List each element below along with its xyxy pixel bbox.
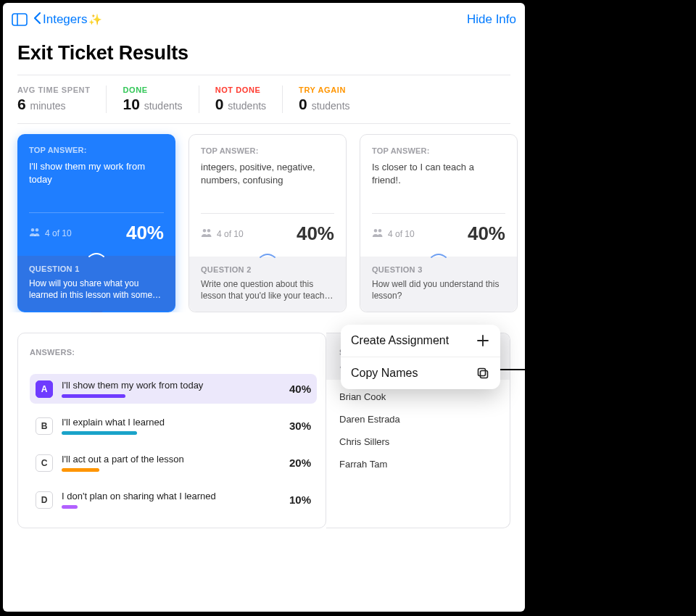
menu-item-copy-names[interactable]: Copy Names — [341, 357, 500, 389]
top-answer-text: Is closer to I can teach a friend!. — [372, 161, 505, 187]
sparkle-icon: ✨ — [88, 13, 102, 26]
response-count: 4 of 10 — [201, 228, 244, 239]
question-card-1[interactable]: TOP ANSWER: I'll show them my work from … — [17, 134, 175, 312]
answer-percent: 40% — [289, 383, 311, 395]
svg-point-6 — [374, 229, 377, 232]
expand-arc-icon — [88, 252, 105, 258]
answer-bar — [62, 431, 137, 435]
stat-label: TRY AGAIN — [299, 86, 349, 94]
svg-rect-13 — [478, 369, 486, 376]
stat-label: DONE — [123, 86, 182, 94]
answers-panel: ANSWERS: A I'll show them my work from t… — [17, 333, 326, 528]
top-answer-label: TOP ANSWER: — [372, 146, 505, 155]
question-number: QUESTION 1 — [29, 265, 164, 273]
stat-label: NOT DONE — [215, 86, 266, 94]
menu-item-create-assignment[interactable]: Create Assignment — [341, 325, 500, 357]
answer-text: I'll show them my work from today — [62, 380, 281, 391]
stat-not-done: NOT DONE 0 students — [215, 86, 283, 113]
top-answer-text: integers, positive, negative, numbers, c… — [201, 161, 334, 187]
stat-done: DONE 10 students — [123, 86, 199, 113]
back-label: Integers — [43, 12, 87, 27]
student-row[interactable]: Farrah Tam — [339, 453, 497, 475]
svg-point-5 — [207, 229, 210, 232]
active-card-pointer — [89, 310, 104, 312]
question-number: QUESTION 3 — [372, 265, 505, 274]
answer-percent: 20% — [289, 457, 311, 469]
students-list: Brian CookDaren EstradaChris SillersFarr… — [326, 380, 510, 481]
stat-label: AVG TIME SPENT — [17, 86, 90, 94]
callout-pointer — [497, 369, 525, 370]
question-card-3[interactable]: TOP ANSWER: Is closer to I can teach a f… — [360, 134, 518, 312]
stat-avg-time: AVG TIME SPENT 6 minutes — [17, 86, 107, 113]
answer-badge: A — [36, 380, 53, 398]
question-text: Write one question about this lesson tha… — [201, 278, 334, 301]
answer-row-d[interactable]: D I don't plan on sharing what I learned… — [30, 485, 317, 515]
response-count: 4 of 10 — [372, 228, 415, 239]
answer-text: I don't plan on sharing what I learned — [62, 491, 281, 501]
response-percent: 40% — [297, 222, 334, 245]
svg-point-4 — [203, 229, 206, 232]
stats-row: AVG TIME SPENT 6 minutes DONE 10 student… — [3, 75, 525, 123]
plus-icon — [476, 333, 490, 348]
answer-percent: 30% — [289, 420, 311, 432]
stat-value: 0 students — [215, 96, 266, 113]
answer-badge: C — [36, 454, 53, 472]
expand-arc-icon — [259, 253, 276, 259]
people-icon — [372, 228, 384, 239]
people-icon — [29, 228, 41, 238]
answers-list: A I'll show them my work from today 40% … — [30, 374, 317, 515]
answer-bar — [62, 505, 78, 509]
svg-point-7 — [378, 229, 381, 232]
nav-left: Integers ✨ — [12, 12, 102, 28]
response-percent: 40% — [468, 222, 505, 245]
expand-arc-icon — [430, 253, 447, 259]
svg-point-2 — [31, 228, 34, 231]
sidebar-toggle-icon[interactable] — [12, 12, 28, 27]
student-row[interactable]: Chris Sillers — [339, 430, 497, 453]
answer-badge: B — [36, 417, 53, 435]
context-menu: Create Assignment Copy Names — [341, 325, 500, 389]
stat-value: 6 minutes — [17, 96, 90, 113]
back-button[interactable]: Integers ✨ — [33, 12, 102, 28]
answer-text: I'll explain what I learned — [62, 417, 281, 428]
top-answer-label: TOP ANSWER: — [29, 146, 164, 154]
question-number: QUESTION 2 — [201, 265, 334, 274]
student-row[interactable]: Daren Estrada — [339, 408, 497, 430]
page-title: Exit Ticket Results — [3, 32, 525, 75]
answer-bar — [62, 394, 125, 398]
copy-icon — [476, 366, 490, 380]
nav-bar: Integers ✨ Hide Info — [3, 3, 525, 32]
top-answer-label: TOP ANSWER: — [201, 146, 334, 155]
stat-try-again: TRY AGAIN 0 students — [299, 86, 365, 113]
svg-rect-0 — [12, 14, 27, 25]
answer-text: I'll act out a part of the lesson — [62, 454, 281, 465]
response-percent: 40% — [126, 222, 164, 244]
response-count: 4 of 10 — [29, 228, 72, 238]
answer-row-c[interactable]: C I'll act out a part of the lesson 20% — [30, 448, 317, 478]
svg-rect-12 — [481, 371, 488, 378]
people-icon — [201, 228, 212, 239]
answers-label: ANSWERS: — [30, 348, 317, 357]
hide-info-button[interactable]: Hide Info — [467, 12, 516, 27]
stat-value: 0 students — [299, 96, 349, 113]
question-text: How well did you understand this lesson? — [372, 278, 505, 301]
question-text: How will you share what you learned in t… — [29, 278, 164, 301]
svg-point-3 — [36, 228, 38, 231]
stat-value: 10 students — [123, 96, 182, 113]
question-card-2[interactable]: TOP ANSWER: integers, positive, negative… — [188, 134, 347, 312]
answer-row-b[interactable]: B I'll explain what I learned 30% — [30, 411, 317, 441]
answer-badge: D — [36, 491, 53, 509]
app-window: Integers ✨ Hide Info Exit Ticket Results… — [3, 3, 525, 612]
menu-item-label: Copy Names — [351, 367, 418, 380]
top-answer-text: I'll show them my work from today — [29, 160, 164, 186]
answer-percent: 10% — [289, 494, 311, 506]
chevron-left-icon — [33, 12, 41, 28]
answer-row-a[interactable]: A I'll show them my work from today 40% — [30, 374, 317, 404]
menu-item-label: Create Assignment — [351, 334, 449, 347]
answer-bar — [62, 468, 99, 472]
student-row[interactable]: Brian Cook — [339, 386, 497, 408]
question-cards-row: TOP ANSWER: I'll show them my work from … — [3, 124, 525, 312]
